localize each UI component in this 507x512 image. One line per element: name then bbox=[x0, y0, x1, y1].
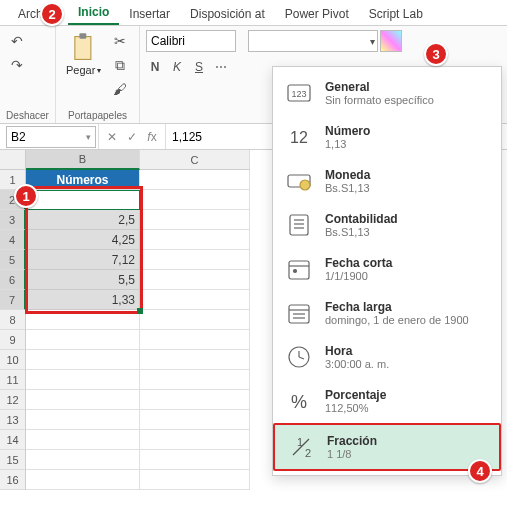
cell[interactable] bbox=[140, 250, 250, 270]
row-header[interactable]: 11 bbox=[0, 370, 26, 390]
cell[interactable]: 5,5 bbox=[26, 270, 140, 290]
svg-rect-11 bbox=[289, 261, 309, 279]
svg-rect-1 bbox=[79, 33, 86, 39]
tab-inicio[interactable]: Inicio bbox=[68, 1, 119, 25]
percent-icon: % bbox=[283, 385, 315, 417]
font-more-button[interactable]: ⋯ bbox=[212, 56, 230, 78]
cell[interactable] bbox=[26, 430, 140, 450]
row-header[interactable]: 5 bbox=[0, 250, 26, 270]
row-header[interactable]: 4 bbox=[0, 230, 26, 250]
row-header[interactable]: 12 bbox=[0, 390, 26, 410]
cell[interactable] bbox=[140, 410, 250, 430]
clipboard-group-label: Portapapeles bbox=[62, 110, 133, 121]
format-option-percent[interactable]: %Porcentaje112,50% bbox=[273, 379, 501, 423]
cell[interactable] bbox=[26, 470, 140, 490]
column-header-c[interactable]: C bbox=[140, 150, 250, 170]
svg-rect-0 bbox=[75, 37, 91, 60]
cell[interactable] bbox=[140, 390, 250, 410]
row-header[interactable]: 10 bbox=[0, 350, 26, 370]
callout-1: 1 bbox=[14, 184, 38, 208]
cell[interactable]: 2,5 bbox=[26, 210, 140, 230]
cell[interactable] bbox=[140, 270, 250, 290]
cell[interactable] bbox=[140, 190, 250, 210]
tab-insertar[interactable]: Insertar bbox=[119, 3, 180, 25]
confirm-formula-button[interactable]: ✓ bbox=[123, 130, 141, 144]
cell[interactable] bbox=[26, 450, 140, 470]
cell[interactable]: Números bbox=[26, 170, 140, 190]
row-header[interactable]: 8 bbox=[0, 310, 26, 330]
fraction-icon: 12 bbox=[285, 431, 317, 463]
callout-2: 2 bbox=[40, 2, 64, 26]
font-name-select[interactable] bbox=[146, 30, 236, 52]
column-header-b[interactable]: B bbox=[26, 150, 140, 170]
cell[interactable]: 7,12 bbox=[26, 250, 140, 270]
name-box[interactable]: B2 bbox=[6, 126, 96, 148]
cell[interactable] bbox=[140, 310, 250, 330]
cell[interactable] bbox=[26, 390, 140, 410]
tab-script lab[interactable]: Script Lab bbox=[359, 3, 433, 25]
cell[interactable]: 4,25 bbox=[26, 230, 140, 250]
format-option-number[interactable]: 12Número1,13 bbox=[273, 115, 501, 159]
cancel-formula-button[interactable]: ✕ bbox=[103, 130, 121, 144]
svg-text:%: % bbox=[291, 392, 307, 412]
row-header[interactable]: 9 bbox=[0, 330, 26, 350]
currency-icon bbox=[283, 165, 315, 197]
cell[interactable] bbox=[140, 470, 250, 490]
row-header[interactable]: 15 bbox=[0, 450, 26, 470]
cell[interactable] bbox=[140, 350, 250, 370]
cell[interactable] bbox=[140, 370, 250, 390]
format-option-general[interactable]: 123GeneralSin formato específico bbox=[273, 71, 501, 115]
cell[interactable] bbox=[140, 450, 250, 470]
cell[interactable] bbox=[140, 210, 250, 230]
fx-button[interactable]: fx bbox=[143, 130, 161, 144]
tab-disposición at[interactable]: Disposición at bbox=[180, 3, 275, 25]
font-style-s[interactable]: S bbox=[190, 56, 208, 78]
cell[interactable]: 1,33 bbox=[26, 290, 140, 310]
undo-button[interactable]: ↶ bbox=[6, 30, 28, 52]
format-painter-button[interactable]: 🖌 bbox=[109, 78, 131, 100]
format-option-currency[interactable]: MonedaBs.S1,13 bbox=[273, 159, 501, 203]
cell[interactable] bbox=[26, 330, 140, 350]
row-header[interactable]: 6 bbox=[0, 270, 26, 290]
redo-button[interactable]: ↷ bbox=[6, 54, 28, 76]
svg-rect-7 bbox=[290, 215, 308, 235]
svg-line-20 bbox=[299, 357, 304, 359]
number-format-dropdown[interactable] bbox=[248, 30, 378, 52]
row-header[interactable]: 14 bbox=[0, 430, 26, 450]
font-style-n[interactable]: N bbox=[146, 56, 164, 78]
cell[interactable] bbox=[26, 310, 140, 330]
cell[interactable] bbox=[140, 330, 250, 350]
format-option-dateshort[interactable]: Fecha corta1/1/1900 bbox=[273, 247, 501, 291]
row-header[interactable]: 16 bbox=[0, 470, 26, 490]
number-format-menu: 123GeneralSin formato específico12Número… bbox=[272, 66, 502, 476]
cell[interactable] bbox=[26, 350, 140, 370]
fill-handle[interactable] bbox=[137, 308, 143, 314]
cell[interactable] bbox=[140, 290, 250, 310]
cell[interactable] bbox=[140, 430, 250, 450]
general-icon: 123 bbox=[283, 77, 315, 109]
ribbon-tabs: ArchivoInicioInsertarDisposición atPower… bbox=[0, 0, 507, 26]
format-option-fraction[interactable]: 12Fracción1 1/8 bbox=[273, 423, 501, 471]
cell[interactable]: 1,125 bbox=[26, 190, 140, 210]
cut-button[interactable]: ✂ bbox=[109, 30, 131, 52]
svg-point-13 bbox=[294, 270, 297, 273]
paste-button[interactable]: Pegar▾ bbox=[62, 30, 105, 78]
row-header[interactable]: 3 bbox=[0, 210, 26, 230]
select-all-corner[interactable] bbox=[0, 150, 26, 170]
copy-button[interactable]: ⧉ bbox=[109, 54, 131, 76]
tab-power pivot[interactable]: Power Pivot bbox=[275, 3, 359, 25]
cell[interactable] bbox=[26, 410, 140, 430]
row-header[interactable]: 7 bbox=[0, 290, 26, 310]
cell[interactable] bbox=[140, 230, 250, 250]
format-option-time[interactable]: Hora3:00:00 a. m. bbox=[273, 335, 501, 379]
cell-styles-button[interactable] bbox=[380, 30, 402, 52]
format-option-accounting[interactable]: ContabilidadBs.S1,13 bbox=[273, 203, 501, 247]
cell[interactable] bbox=[140, 170, 250, 190]
format-option-datelong[interactable]: Fecha largadomingo, 1 de enero de 1900 bbox=[273, 291, 501, 335]
font-style-k[interactable]: K bbox=[168, 56, 186, 78]
callout-3: 3 bbox=[424, 42, 448, 66]
time-icon bbox=[283, 341, 315, 373]
cell[interactable] bbox=[26, 370, 140, 390]
row-header[interactable]: 13 bbox=[0, 410, 26, 430]
number-icon: 12 bbox=[283, 121, 315, 153]
